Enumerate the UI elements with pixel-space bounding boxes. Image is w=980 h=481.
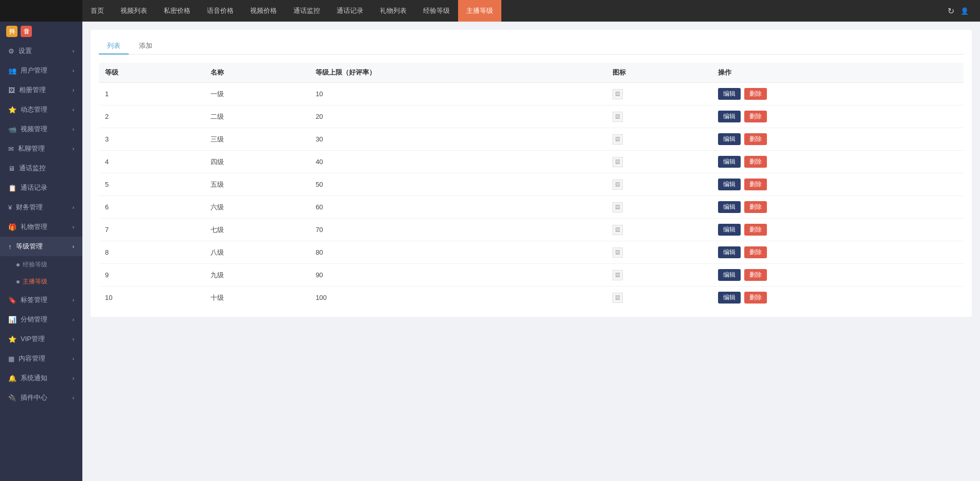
broken-img-4: 🖼 xyxy=(612,180,623,190)
edit-button-0[interactable]: 编辑 xyxy=(718,88,741,100)
table-row: 9九级90🖼 编辑 删除 xyxy=(99,264,964,287)
sidebar-icon-5: ✉ xyxy=(8,145,14,153)
delete-button-5[interactable]: 删除 xyxy=(744,201,767,213)
delete-button-0[interactable]: 删除 xyxy=(744,88,767,100)
sidebar-item-通话记录[interactable]: 📋 通话记录 xyxy=(0,178,82,198)
cell-name-4: 五级 xyxy=(204,173,310,196)
cell-actions-6: 编辑 删除 xyxy=(712,219,964,241)
sidebar-label-12: 分销管理 xyxy=(21,315,47,324)
sidebar-item-动态管理[interactable]: ⭐ 动态管理 › xyxy=(0,100,82,119)
edit-button-5[interactable]: 编辑 xyxy=(718,201,741,213)
sidebar-label-5: 私聊管理 xyxy=(18,144,45,153)
table-row: 2二级20🖼 编辑 删除 xyxy=(99,105,964,128)
sidebar-item-分销管理[interactable]: 📊 分销管理 › xyxy=(0,310,82,329)
delete-button-1[interactable]: 删除 xyxy=(744,111,767,122)
sub-label-1: 主播等级 xyxy=(23,277,47,286)
sidebar-label-10: 等级管理 xyxy=(16,242,43,251)
broken-img-9: 🖼 xyxy=(612,293,623,303)
table-body: 1一级10🖼 编辑 删除 2二级20🖼 编辑 删除 3三级30🖼 编辑 删除 4… xyxy=(99,83,964,309)
edit-button-7[interactable]: 编辑 xyxy=(718,246,741,258)
cell-limit-7: 80 xyxy=(309,241,606,264)
sidebar-icon-8: ¥ xyxy=(8,204,12,211)
sidebar-label-2: 相册管理 xyxy=(19,85,46,95)
sidebar-icon-10: ↑ xyxy=(8,243,12,251)
table-row: 6六级60🖼 编辑 删除 xyxy=(99,196,964,219)
cell-name-2: 三级 xyxy=(204,128,310,151)
sidebar-item-私聊管理[interactable]: ✉ 私聊管理 › xyxy=(0,139,82,158)
nav-item-通话监控[interactable]: 通话监控 xyxy=(285,0,328,22)
cell-icon-1: 🖼 xyxy=(606,105,712,128)
sidebar-item-内容管理[interactable]: ▦ 内容管理 › xyxy=(0,349,82,368)
col-等级: 等级 xyxy=(99,63,204,83)
cell-level-5: 6 xyxy=(99,196,204,219)
tab-添加[interactable]: 添加 xyxy=(131,38,161,55)
cell-actions-9: 编辑 删除 xyxy=(712,287,964,309)
nav-item-视频价格[interactable]: 视频价格 xyxy=(242,0,285,22)
edit-button-9[interactable]: 编辑 xyxy=(718,292,741,304)
nav-item-私密价格[interactable]: 私密价格 xyxy=(155,0,199,22)
logo-badge-2: 音 xyxy=(21,26,32,37)
nav-right: ↻ 👤 xyxy=(948,6,980,16)
nav-item-礼物列表[interactable]: 礼物列表 xyxy=(372,0,415,22)
col-名称: 名称 xyxy=(204,63,310,83)
cell-actions-5: 编辑 删除 xyxy=(712,196,964,219)
arrow-icon-3: › xyxy=(73,107,74,113)
delete-button-8[interactable]: 删除 xyxy=(744,269,767,281)
edit-button-6[interactable]: 编辑 xyxy=(718,224,741,236)
sidebar-item-系统通知[interactable]: 🔔 系统通知 › xyxy=(0,368,82,388)
sidebar-item-礼物管理[interactable]: 🎁 礼物管理 › xyxy=(0,217,82,237)
delete-button-3[interactable]: 删除 xyxy=(744,156,767,168)
sidebar-label-9: 礼物管理 xyxy=(21,222,47,231)
edit-button-8[interactable]: 编辑 xyxy=(718,269,741,281)
sidebar-item-用户管理[interactable]: 👥 用户管理 › xyxy=(0,61,82,80)
cell-actions-4: 编辑 删除 xyxy=(712,173,964,196)
edit-button-2[interactable]: 编辑 xyxy=(718,133,741,145)
nav-item-视频列表[interactable]: 视频列表 xyxy=(112,0,155,22)
sidebar-label-14: 内容管理 xyxy=(19,354,45,363)
arrow-icon-11: › xyxy=(73,297,74,303)
cell-name-8: 九级 xyxy=(204,264,310,287)
user-info[interactable]: 👤 xyxy=(960,7,972,15)
sidebar-item-等级管理[interactable]: ↑ 等级管理 › xyxy=(0,237,82,256)
nav-item-语音价格[interactable]: 语音价格 xyxy=(199,0,242,22)
delete-button-6[interactable]: 删除 xyxy=(744,224,767,236)
delete-button-2[interactable]: 删除 xyxy=(744,133,767,145)
nav-item-主播等级[interactable]: 主播等级 xyxy=(458,0,501,22)
arrow-icon-13: › xyxy=(73,336,74,342)
sidebar-sub-经验等级[interactable]: 经验等级 xyxy=(0,256,82,273)
delete-button-9[interactable]: 删除 xyxy=(744,292,767,304)
sidebar-item-VIP管理[interactable]: ⭐ VIP管理 › xyxy=(0,329,82,349)
sidebar-item-设置[interactable]: ⚙ 设置 › xyxy=(0,41,82,61)
edit-button-1[interactable]: 编辑 xyxy=(718,111,741,122)
cell-actions-3: 编辑 删除 xyxy=(712,151,964,173)
cell-level-6: 7 xyxy=(99,219,204,241)
cell-level-4: 5 xyxy=(99,173,204,196)
table-row: 5五级50🖼 编辑 删除 xyxy=(99,173,964,196)
delete-button-7[interactable]: 删除 xyxy=(744,246,767,258)
sidebar-item-相册管理[interactable]: 🖼 相册管理 › xyxy=(0,80,82,100)
edit-button-3[interactable]: 编辑 xyxy=(718,156,741,168)
sidebar-item-标签管理[interactable]: 🔖 标签管理 › xyxy=(0,290,82,310)
sidebar-icon-9: 🎁 xyxy=(8,223,16,231)
refresh-icon[interactable]: ↻ xyxy=(948,6,954,16)
nav-item-经验等级[interactable]: 经验等级 xyxy=(415,0,458,22)
edit-button-4[interactable]: 编辑 xyxy=(718,179,741,190)
nav-item-首页[interactable]: 首页 xyxy=(82,0,112,22)
tab-列表[interactable]: 列表 xyxy=(99,38,129,55)
sidebar-menu: ⚙ 设置 › 👥 用户管理 › 🖼 相册管理 › ⭐ 动态管理 › 📹 视频管理… xyxy=(0,41,82,407)
sidebar-icon-16: 🔌 xyxy=(8,394,16,402)
arrow-icon-1: › xyxy=(73,68,74,74)
sidebar-item-通话监控[interactable]: 🖥 通话监控 xyxy=(0,158,82,178)
cell-icon-2: 🖼 xyxy=(606,128,712,151)
cell-name-3: 四级 xyxy=(204,151,310,173)
sidebar-item-视频管理[interactable]: 📹 视频管理 › xyxy=(0,119,82,139)
sidebar-sub-主播等级[interactable]: 主播等级 xyxy=(0,273,82,290)
nav-item-通话记录[interactable]: 通话记录 xyxy=(328,0,372,22)
cell-actions-2: 编辑 删除 xyxy=(712,128,964,151)
sidebar-item-插件中心[interactable]: 🔌 插件中心 › xyxy=(0,388,82,407)
sidebar-icon-0: ⚙ xyxy=(8,47,14,55)
top-navigation: 首页视频列表私密价格语音价格视频价格通话监控通话记录礼物列表经验等级主播等级 ↻… xyxy=(0,0,980,22)
sidebar-item-财务管理[interactable]: ¥ 财务管理 › xyxy=(0,198,82,217)
sub-label-0: 经验等级 xyxy=(23,260,47,269)
delete-button-4[interactable]: 删除 xyxy=(744,179,767,190)
